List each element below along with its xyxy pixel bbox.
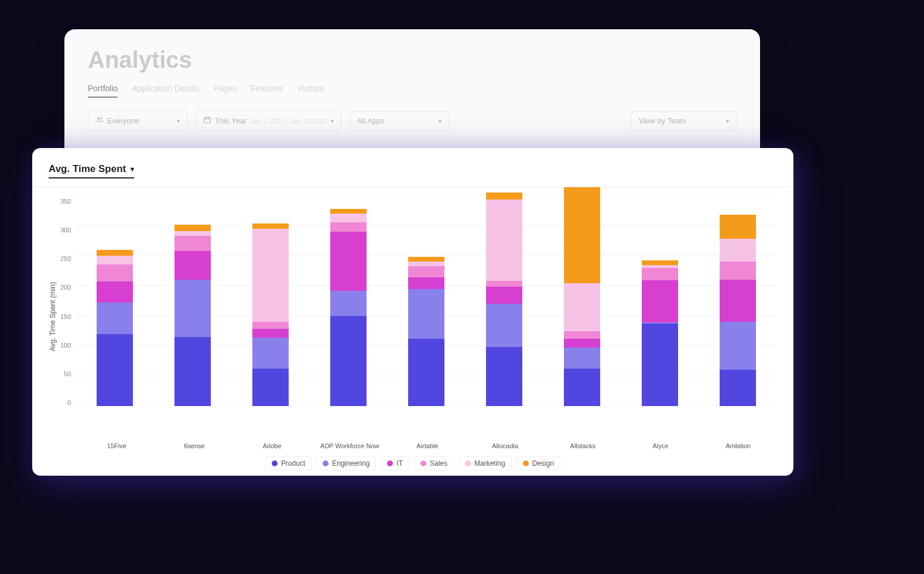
- bar-segment-it: [252, 329, 289, 337]
- bar-column: [720, 215, 756, 406]
- legend-swatch: [272, 460, 278, 466]
- bar-segment-design: [642, 260, 678, 265]
- bar-segment-marketing: [720, 239, 756, 262]
- tabs-row: Portfolio Application Details Pages Feat…: [88, 84, 737, 98]
- y-tick: 50: [60, 370, 71, 377]
- page-title: Analytics: [88, 47, 737, 73]
- bar-segment-it: [97, 281, 133, 303]
- bar-segment-it: [564, 339, 600, 348]
- bar-segment-sales: [486, 281, 522, 287]
- bar-segment-product: [486, 347, 522, 406]
- legend-label: Design: [532, 459, 554, 468]
- y-axis-label: Avg. Time Spent (min): [49, 282, 57, 352]
- bar-segment-marketing: [486, 200, 522, 281]
- bar-segment-product: [174, 337, 211, 406]
- bar-column: [330, 209, 367, 406]
- filter-date[interactable]: This Year Dec 1, 2021 - Dec 31 2021 ▾: [196, 111, 341, 131]
- x-label: Allstacks: [550, 442, 615, 449]
- legend-swatch: [323, 460, 328, 466]
- bar-segment-it: [486, 287, 522, 304]
- legend-item-product[interactable]: Product: [265, 456, 312, 470]
- legend-item-it[interactable]: IT: [381, 456, 409, 470]
- legend-item-design[interactable]: Design: [516, 456, 560, 470]
- tab-pages[interactable]: Pages: [214, 84, 237, 98]
- chevron-down-icon: ▾: [177, 118, 180, 124]
- x-label: Airtable: [395, 442, 460, 449]
- x-label: Adobe: [240, 442, 304, 449]
- chevron-down-icon: ▾: [131, 165, 134, 173]
- bar-column: [408, 257, 444, 406]
- y-tick: 350: [60, 198, 71, 205]
- bar-segment-design: [252, 224, 289, 228]
- bar-segment-sales: [408, 266, 444, 277]
- legend-item-engineering[interactable]: Engineering: [316, 456, 376, 470]
- bar-segment-it: [642, 280, 678, 322]
- bar-segment-design: [174, 225, 211, 231]
- plot-area: [76, 195, 777, 406]
- bar-segment-sales: [252, 322, 289, 329]
- legend-label: Product: [281, 459, 305, 468]
- bar-segment-engineering: [252, 338, 289, 369]
- x-label: Ambition: [706, 442, 771, 449]
- bar-column: [642, 260, 678, 406]
- bar-segment-marketing: [252, 229, 289, 322]
- bar-segment-design: [486, 193, 522, 200]
- bar-segment-it: [408, 277, 444, 290]
- bar-segment-design: [564, 187, 600, 284]
- chevron-down-icon: ▾: [726, 118, 729, 124]
- bar-segment-marketing: [97, 256, 133, 264]
- chevron-down-icon: ▾: [439, 118, 442, 124]
- bar-segment-sales: [97, 264, 133, 281]
- bar-column: [97, 250, 133, 406]
- bar-segment-marketing: [564, 283, 600, 331]
- tab-visitors[interactable]: Visitors: [297, 84, 324, 98]
- bar-segment-product: [564, 369, 600, 406]
- y-tick: 300: [60, 226, 71, 233]
- filter-view[interactable]: View by Team ▾: [631, 111, 737, 130]
- x-label: 6sense: [162, 442, 227, 449]
- x-axis: 15Five6senseAdobeADP Workforce NowAirtab…: [78, 442, 777, 449]
- legend-label: Engineering: [332, 459, 369, 468]
- metric-selector-label: Avg. Time Spent: [49, 163, 126, 175]
- filter-segment-label: Everyone: [107, 116, 139, 125]
- bar-segment-sales: [720, 262, 756, 280]
- filter-date-label: This Year: [215, 116, 247, 125]
- bar-segment-sales: [174, 236, 211, 251]
- bar-segment-design: [720, 215, 756, 239]
- legend-label: Sales: [430, 459, 447, 468]
- x-label: Alyce: [628, 442, 693, 449]
- filter-segment[interactable]: Everyone ▾: [88, 111, 187, 131]
- filter-row: Everyone ▾ This Year Dec 1, 2021 - Dec 3…: [88, 111, 737, 131]
- bar-segment-design: [97, 250, 133, 256]
- svg-rect-2: [204, 118, 211, 123]
- legend-item-marketing[interactable]: Marketing: [458, 456, 512, 470]
- y-tick: 0: [60, 399, 71, 406]
- bar-segment-design: [408, 257, 444, 262]
- filter-apps[interactable]: All Apps ▾: [350, 111, 449, 130]
- bar-segment-it: [720, 280, 756, 322]
- y-axis: 350300250200150100500: [60, 195, 76, 406]
- bar-segment-product: [252, 369, 289, 406]
- bar-segment-engineering: [564, 348, 600, 369]
- filter-date-hint: Dec 1, 2021 - Dec 31 2021: [250, 118, 327, 125]
- legend-swatch: [523, 460, 529, 466]
- bar-segment-design: [330, 209, 367, 214]
- legend-swatch: [420, 460, 426, 466]
- legend: ProductEngineeringITSalesMarketingDesign: [49, 456, 777, 470]
- bar-segment-engineering: [174, 280, 211, 337]
- bar-segment-product: [330, 316, 367, 406]
- tab-features[interactable]: Features: [251, 84, 283, 98]
- bar-column: [486, 193, 522, 406]
- svg-point-0: [98, 118, 100, 120]
- bar-segment-marketing: [330, 214, 367, 222]
- tab-application-details[interactable]: Application Details: [132, 84, 199, 98]
- metric-selector[interactable]: Avg. Time Spent ▾: [49, 163, 134, 178]
- tab-portfolio[interactable]: Portfolio: [88, 84, 118, 98]
- chart-card: Avg. Time Spent ▾ Avg. Time Spent (min) …: [32, 148, 793, 476]
- bar-segment-sales: [642, 268, 678, 280]
- legend-item-sales[interactable]: Sales: [414, 456, 454, 470]
- bar-segment-marketing: [174, 231, 211, 236]
- analytics-back-card: Analytics Portfolio Application Details …: [64, 29, 760, 158]
- bar-column: [564, 187, 600, 406]
- bar-segment-engineering: [720, 322, 756, 370]
